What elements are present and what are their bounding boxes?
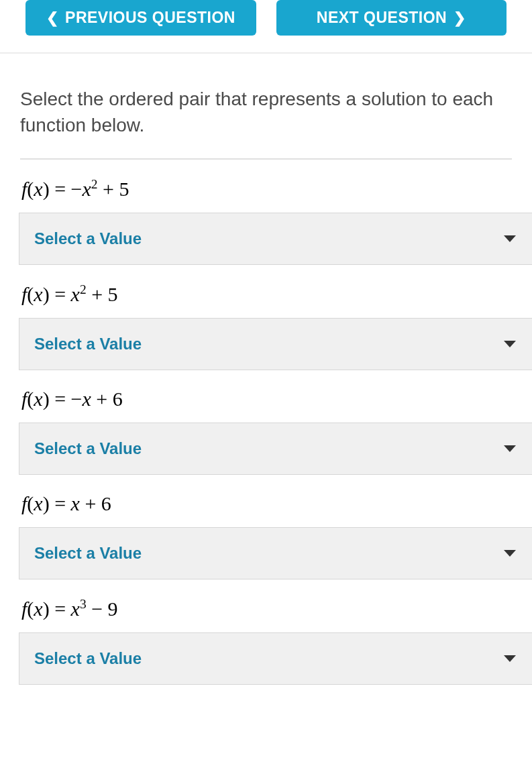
function-equation-2: f(x) = x2 + 5 [20, 265, 512, 318]
function-equation-4: f(x) = x + 6 [20, 475, 512, 527]
next-question-label: NEXT QUESTION [317, 9, 447, 27]
function-equation-5: f(x) = x3 − 9 [20, 579, 512, 632]
chevron-left-icon: ❮ [46, 11, 59, 25]
select-placeholder-label: Select a Value [34, 544, 142, 563]
select-value-dropdown-3[interactable]: Select a Value [19, 423, 532, 475]
function-equation-1: f(x) = −x2 + 5 [20, 160, 512, 213]
select-value-dropdown-1[interactable]: Select a Value [19, 213, 532, 265]
select-placeholder-label: Select a Value [34, 649, 142, 668]
select-value-dropdown-5[interactable]: Select a Value [19, 632, 532, 685]
question-prompt: Select the ordered pair that represents … [0, 54, 532, 158]
previous-question-label: PREVIOUS QUESTION [65, 9, 235, 27]
next-question-button[interactable]: NEXT QUESTION ❯ [276, 0, 507, 36]
caret-down-icon [504, 235, 516, 242]
caret-down-icon [504, 655, 516, 662]
caret-down-icon [504, 550, 516, 557]
select-value-dropdown-4[interactable]: Select a Value [19, 527, 532, 579]
chevron-right-icon: ❯ [454, 11, 466, 25]
caret-down-icon [504, 445, 516, 452]
function-list: f(x) = −x2 + 5 Select a Value f(x) = x2 … [0, 160, 532, 685]
select-placeholder-label: Select a Value [34, 335, 142, 353]
caret-down-icon [504, 341, 516, 347]
select-placeholder-label: Select a Value [34, 229, 142, 248]
select-value-dropdown-2[interactable]: Select a Value [19, 318, 532, 370]
function-equation-3: f(x) = −x + 6 [20, 370, 512, 423]
previous-question-button[interactable]: ❮ PREVIOUS QUESTION [25, 0, 256, 36]
select-placeholder-label: Select a Value [34, 439, 142, 458]
